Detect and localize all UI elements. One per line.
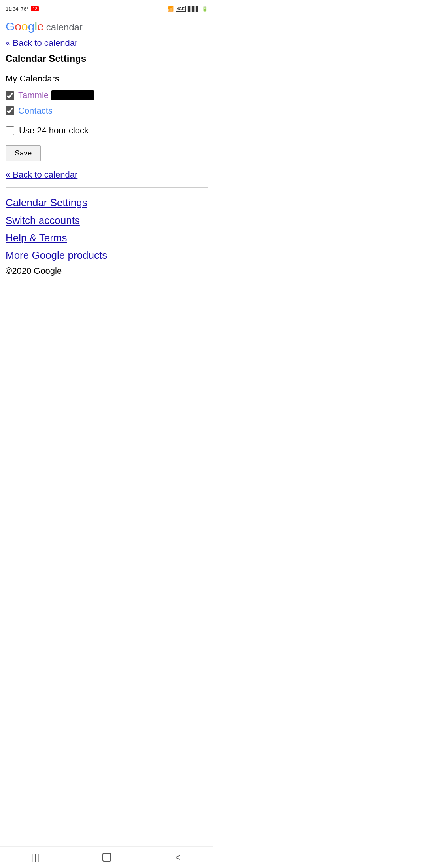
lte-icon: 4GE — [176, 6, 186, 12]
contacts-calendar-label[interactable]: Contacts — [18, 106, 53, 116]
google-logo: Google calendar — [0, 16, 214, 34]
tammie-calendar-label[interactable]: Tammie — [18, 90, 94, 101]
use-24hr-clock-checkbox[interactable] — [6, 126, 14, 135]
back-to-calendar-top-link[interactable]: « Back to calendar — [6, 34, 208, 51]
use-24hr-clock-label[interactable]: Use 24 hour clock — [19, 125, 89, 136]
clock-setting-row: Use 24 hour clock — [6, 118, 208, 143]
status-bar: 11:34 76° 12 📶 4GE ▋▋▋ 🔋 — [0, 0, 214, 16]
calendar-item-tammie: Tammie — [6, 88, 208, 103]
calendar-wordmark: calendar — [46, 22, 83, 33]
page-title: Calendar Settings — [6, 51, 208, 71]
section-divider — [6, 187, 208, 188]
status-right: 📶 4GE ▋▋▋ 🔋 — [167, 6, 208, 12]
tammie-email-redacted — [51, 90, 94, 100]
back-to-calendar-bottom-link[interactable]: « Back to calendar — [6, 166, 208, 183]
time-display: 11:34 — [6, 6, 19, 12]
tammie-calendar-checkbox[interactable] — [6, 91, 14, 100]
calendar-item-contacts: Contacts — [6, 103, 208, 118]
my-calendars-section-title: My Calendars — [6, 71, 208, 88]
copyright-text: ©2020 Google — [6, 264, 208, 284]
wifi-icon: 📶 — [167, 6, 174, 12]
contacts-calendar-checkbox[interactable] — [6, 106, 14, 115]
footer-switch-accounts-link[interactable]: Switch accounts — [6, 212, 208, 229]
signal-icon: ▋▋▋ — [188, 6, 200, 12]
save-button[interactable]: Save — [6, 145, 41, 161]
footer-calendar-settings-link[interactable]: Calendar Settings — [6, 194, 208, 211]
footer-help-terms-link[interactable]: Help & Terms — [6, 229, 208, 246]
google-wordmark: Google — [6, 20, 44, 33]
footer-links: Calendar Settings Switch accounts Help &… — [6, 192, 208, 286]
temperature-display: 76° — [21, 6, 29, 12]
status-left: 11:34 76° 12 — [6, 6, 39, 12]
notification-badge: 12 — [31, 6, 39, 11]
battery-icon: 🔋 — [202, 6, 208, 12]
main-content: « Back to calendar Calendar Settings My … — [0, 34, 214, 286]
footer-more-google-link[interactable]: More Google products — [6, 246, 208, 264]
